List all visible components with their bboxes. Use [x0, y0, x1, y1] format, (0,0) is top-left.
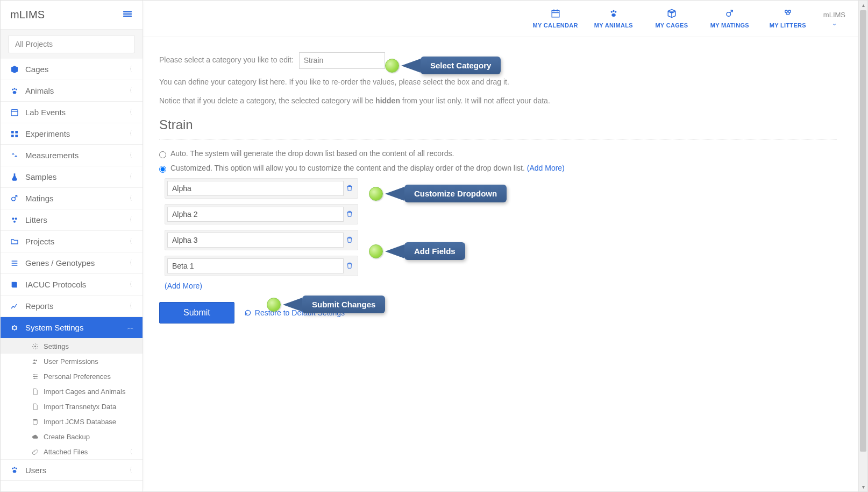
- category-prompt: Please select a category you like to edi…: [159, 55, 294, 64]
- svg-point-1: [14, 88, 16, 89]
- folder-icon: [10, 237, 23, 246]
- strain-field-row[interactable]: [165, 204, 358, 224]
- topnav-my-litters[interactable]: MY LITTERS: [765, 9, 810, 29]
- svg-rect-5: [11, 131, 14, 133]
- svg-point-26: [613, 10, 614, 11]
- sidebar-item-users[interactable]: Users〈: [1, 459, 143, 481]
- sub-attached-files-label: Attached Files: [44, 448, 88, 456]
- gender-icon: [707, 9, 752, 18]
- sidebar-iacuc-label: IACUC Protocols: [25, 280, 126, 289]
- sub-item-import-cages[interactable]: Import Cages and Animals: [1, 384, 143, 399]
- add-more-link[interactable]: (Add More): [165, 282, 202, 290]
- submit-button[interactable]: Submit: [159, 302, 234, 324]
- trash-icon[interactable]: [344, 262, 355, 271]
- scroll-down[interactable]: ▾: [859, 482, 867, 491]
- strain-input-0[interactable]: [167, 181, 344, 196]
- file-icon: [32, 403, 44, 410]
- help-text-2: Notice that if you delete a category, th…: [159, 95, 837, 107]
- chevron-right-icon: 〈: [128, 448, 132, 456]
- scroll-up[interactable]: ▴: [859, 1, 867, 10]
- trash-icon[interactable]: [344, 184, 355, 193]
- sub-item-create-backup[interactable]: Create Backup: [1, 429, 143, 444]
- topnav-my-litters-label: MY LITTERS: [770, 22, 806, 29]
- help-text-1: You can define your category list here. …: [159, 76, 837, 88]
- chevron-down-icon: 〈: [125, 325, 134, 329]
- sidebar-item-experiments[interactable]: Experiments〈: [1, 123, 143, 145]
- box-icon: [10, 65, 23, 74]
- sidebar-item-system-settings[interactable]: System Settings〈: [1, 317, 143, 339]
- sidebar-item-iacuc[interactable]: IACUC Protocols〈: [1, 274, 143, 296]
- topnav-my-matings-label: MY MATINGS: [710, 22, 749, 29]
- divider: [159, 139, 837, 139]
- svg-point-31: [788, 10, 791, 13]
- trash-icon[interactable]: [344, 236, 355, 245]
- topnav-my-animals[interactable]: MY ANIMALS: [591, 9, 636, 29]
- calendar-grid-icon: [10, 108, 23, 117]
- radio-customized[interactable]: Customized. This option will allow you t…: [159, 164, 837, 173]
- category-select-value: Strain: [304, 56, 324, 65]
- radio-auto-label: Auto. The system will generate the drop …: [170, 149, 454, 158]
- strain-field-row[interactable]: [165, 230, 358, 250]
- menu-toggle-icon[interactable]: [122, 9, 133, 21]
- sub-item-import-jcms[interactable]: Import JCMS Database: [1, 414, 143, 429]
- strain-input-3[interactable]: [167, 258, 344, 273]
- window-scrollbar[interactable]: ▴ ▾: [858, 1, 867, 491]
- svg-point-3: [13, 91, 17, 94]
- attachment-icon: [32, 448, 44, 455]
- sidebar-item-samples[interactable]: Samples〈: [1, 166, 143, 188]
- strain-field-row[interactable]: [165, 178, 358, 199]
- sidebar-item-measurements[interactable]: Measurements〈: [1, 145, 143, 166]
- sidebar-item-animals[interactable]: Animals〈: [1, 80, 143, 102]
- book-icon: [10, 280, 23, 289]
- sub-item-personal-prefs[interactable]: Personal Preferences: [1, 369, 143, 384]
- scroll-thumb[interactable]: [860, 10, 866, 452]
- sidebar-item-litters[interactable]: Litters〈: [1, 209, 143, 231]
- project-selector[interactable]: All Projects: [8, 35, 135, 53]
- radio-auto[interactable]: Auto. The system will generate the drop …: [159, 149, 837, 158]
- svg-point-23: [13, 470, 17, 473]
- svg-point-18: [34, 377, 35, 378]
- sidebar-item-lab-events[interactable]: Lab Events〈: [1, 102, 143, 123]
- sidebar-item-matings[interactable]: Matings〈: [1, 188, 143, 209]
- topnav-my-calendar[interactable]: MY CALENDAR: [532, 9, 578, 29]
- svg-point-30: [785, 10, 788, 13]
- strain-input-1[interactable]: [167, 207, 344, 222]
- sidebar-users-label: Users: [25, 466, 126, 475]
- topnav-my-matings[interactable]: MY MATINGS: [707, 9, 752, 29]
- sub-item-import-transnetyx[interactable]: Import Transnetyx Data: [1, 399, 143, 414]
- topnav-user-menu[interactable]: mLIMS ⌄: [823, 11, 845, 27]
- sidebar-cages-label: Cages: [25, 65, 126, 74]
- sub-import-cages-label: Import Cages and Animals: [44, 388, 125, 396]
- svg-point-12: [13, 220, 16, 222]
- sub-item-settings[interactable]: Settings: [1, 339, 143, 354]
- gender-icon: [10, 194, 23, 203]
- restore-defaults-link[interactable]: Restore to Default Settings: [244, 308, 345, 317]
- content: Please select a category you like to edi…: [143, 37, 858, 345]
- svg-point-13: [34, 345, 36, 347]
- radio-auto-input[interactable]: [159, 151, 166, 158]
- radio-customized-input[interactable]: [159, 166, 166, 173]
- paw-icon: [10, 466, 23, 474]
- svg-point-20: [12, 468, 13, 469]
- trash-icon[interactable]: [344, 210, 355, 219]
- svg-point-22: [16, 468, 17, 469]
- sidebar-item-genes[interactable]: Genes / Genotypes〈: [1, 252, 143, 274]
- category-select[interactable]: Strain: [299, 52, 385, 69]
- sub-item-attached-files[interactable]: Attached Files〈: [1, 444, 143, 459]
- paw-icon: [10, 87, 23, 95]
- radio-customized-label: Customized. This option will allow you t…: [170, 164, 525, 172]
- sub-item-user-permissions[interactable]: User Permissions: [1, 354, 143, 369]
- strain-input-2[interactable]: [167, 233, 344, 248]
- strain-field-row[interactable]: [165, 256, 358, 276]
- sidebar-item-projects[interactable]: Projects〈: [1, 231, 143, 252]
- topnav-my-cages[interactable]: MY CAGES: [649, 9, 694, 29]
- sidebar-experiments-label: Experiments: [25, 129, 126, 138]
- chevron-right-icon: 〈: [127, 280, 132, 289]
- add-more-link-inline[interactable]: (Add More): [527, 164, 565, 172]
- chevron-right-icon: 〈: [127, 151, 132, 160]
- svg-point-29: [727, 12, 731, 16]
- sidebar-item-cages[interactable]: Cages〈: [1, 59, 143, 80]
- sidebar-item-reports[interactable]: Reports〈: [1, 296, 143, 317]
- sidebar-system-settings-label: System Settings: [25, 323, 126, 332]
- chart-line-icon: [10, 302, 23, 311]
